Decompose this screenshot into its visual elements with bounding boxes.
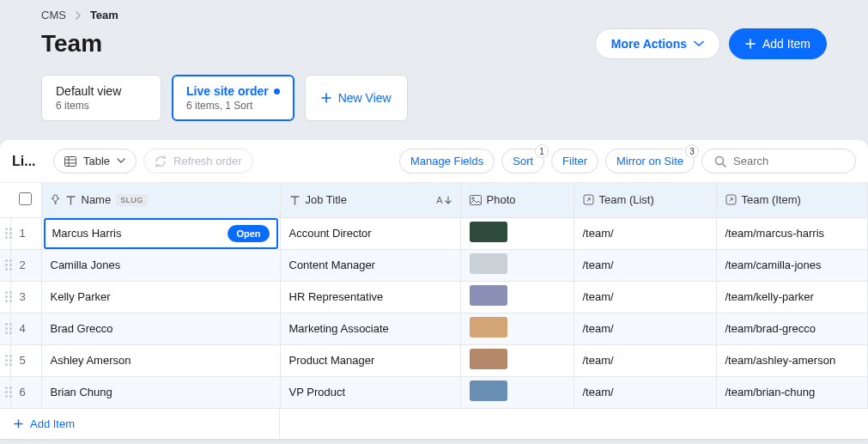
row-index: 4 [10,313,41,344]
col-label: Team (Item) [742,193,801,206]
column-name[interactable]: Name SLUG [41,183,280,217]
chevron-down-icon [694,40,704,47]
cell-team-list: /team/ [574,217,716,249]
sort-count-badge: 1 [535,144,549,158]
image-icon [470,195,482,205]
filter-label: Filter [562,155,587,167]
active-tab-name: Li... [12,154,46,169]
mirror-on-site-button[interactable]: Mirror on Site 3 [605,149,695,173]
table-row[interactable]: 4Brad GreccoMarketing Associate/team//te… [0,313,868,344]
table-row[interactable]: 3Kelly ParkerHR Representative/team//tea… [0,281,868,313]
col-label: Team (List) [599,193,654,206]
cell-name[interactable]: Marcus HarrisOpen [41,217,280,249]
cell-photo[interactable] [460,313,574,344]
column-photo[interactable]: Photo [460,183,574,217]
display-mode-dropdown[interactable]: Table [53,149,137,173]
table-row[interactable]: 5Ashley AmersonProduct Manager/team//tea… [0,344,868,376]
search-input[interactable] [733,155,843,167]
sort-button[interactable]: Sort 1 [501,149,544,173]
view-sub: 6 items, 1 Sort [186,100,280,112]
add-item-label: Add Item [762,37,810,51]
plus-icon [745,39,756,49]
row-index: 2 [10,249,41,281]
cell-team-item: /team/marcus-harris [716,217,868,249]
pin-icon [51,194,60,205]
col-label: Photo [487,193,516,206]
text-icon [289,195,300,205]
more-actions-button[interactable]: More Actions [595,28,720,59]
sort-indicator-icon: A [436,195,451,205]
drag-handle[interactable] [0,281,10,313]
photo-thumbnail [470,349,507,369]
link-icon [725,194,737,205]
svg-point-3 [471,198,473,199]
cell-job: Product Manager [280,344,460,376]
breadcrumb-root[interactable]: CMS [41,9,66,21]
cell-photo[interactable] [460,344,574,376]
svg-rect-0 [65,156,76,166]
table-row[interactable]: 6Brian ChungVP Product/team//team/brian-… [0,376,868,408]
cell-job: Account Director [280,217,460,249]
cell-name[interactable]: Brad Grecco [41,313,280,344]
mirror-count-badge: 3 [685,144,699,158]
manage-fields-button[interactable]: Manage Fields [399,149,495,173]
plus-icon [321,93,331,103]
cell-name[interactable]: Ashley Amerson [41,344,280,376]
table-row[interactable]: 1Marcus HarrisOpenAccount Director/team/… [0,217,868,249]
cell-name[interactable]: Camilla Jones [41,249,280,281]
cell-photo[interactable] [460,249,574,281]
column-team-list[interactable]: Team (List) [574,183,716,217]
select-all-checkbox[interactable] [19,192,32,205]
manage-fields-label: Manage Fields [410,155,483,167]
drag-handle[interactable] [0,217,10,249]
chevron-right-icon [75,11,82,20]
column-team-item[interactable]: Team (Item) [716,183,868,217]
search-icon [714,155,726,167]
cell-name[interactable]: Kelly Parker [41,281,280,313]
view-live-site-order[interactable]: Live site order 6 items, 1 Sort [172,75,294,121]
mirror-label: Mirror on Site [616,155,683,167]
chevron-down-icon [117,158,125,164]
cell-photo[interactable] [460,281,574,313]
sort-label: Sort [513,155,533,167]
cell-job: Content Manager [280,249,460,281]
photo-thumbnail [470,253,507,274]
cell-team-list: /team/ [574,376,716,408]
table-icon [64,156,76,167]
open-item-button[interactable]: Open [228,225,269,242]
name-text: Ashley Amerson [51,354,131,367]
cell-team-item: /team/camilla-jones [716,249,868,281]
link-icon [583,194,594,205]
table-row[interactable]: 2Camilla JonesContent Manager/team//team… [0,249,868,281]
add-item-row-button[interactable]: Add Item [0,409,280,439]
text-icon [65,195,76,205]
view-default[interactable]: Default view 6 items [41,75,161,121]
cell-team-item: /team/kelly-parker [716,281,868,313]
drag-handle[interactable] [0,376,10,408]
column-job-title[interactable]: Job Title A [280,183,460,217]
refresh-icon [155,155,167,167]
cell-photo[interactable] [460,376,574,408]
view-name: Live site order [186,84,269,98]
refresh-label: Refresh order [173,155,241,167]
plus-icon [14,419,23,429]
cell-job: Marketing Associate [280,313,460,344]
refresh-order-button: Refresh order [143,149,252,173]
cell-name[interactable]: Brian Chung [41,376,280,408]
drag-handle[interactable] [0,249,10,281]
search-box[interactable] [701,149,856,173]
cell-job: VP Product [280,376,460,408]
row-index: 3 [10,281,41,313]
new-view-button[interactable]: New View [305,75,408,121]
drag-handle[interactable] [0,344,10,376]
col-label: Name [82,193,112,206]
add-item-button[interactable]: Add Item [729,28,827,59]
filter-button[interactable]: Filter [551,149,598,173]
display-mode-label: Table [83,155,110,167]
drag-handle[interactable] [0,313,10,344]
cell-photo[interactable] [460,217,574,249]
photo-thumbnail [470,222,507,242]
name-text: Camilla Jones [51,258,121,271]
name-text: Marcus Harris [52,227,122,240]
col-label: Job Title [306,193,347,206]
